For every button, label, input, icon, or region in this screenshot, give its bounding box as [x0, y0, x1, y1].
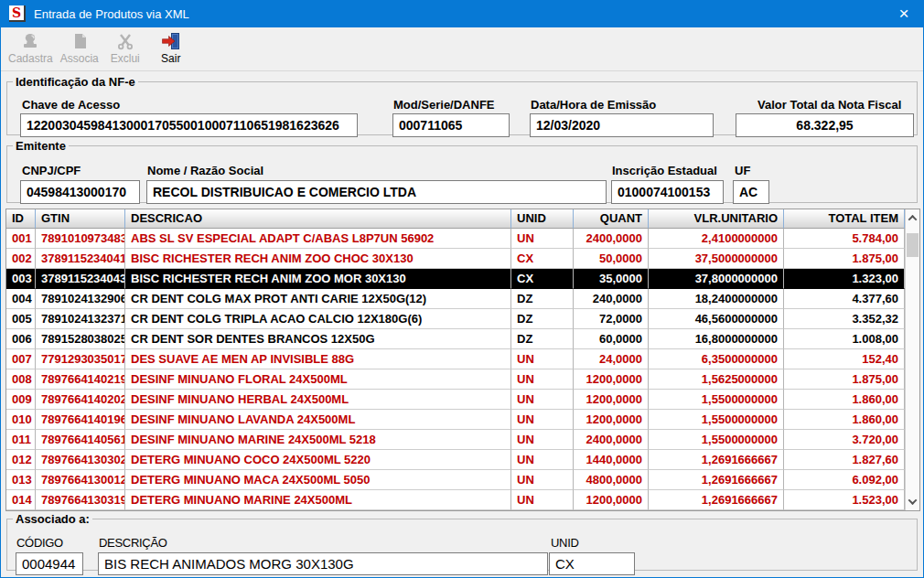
cell-total_item[interactable]: 5.784,00: [784, 229, 905, 249]
cell-vlr_unitario[interactable]: 46,5600000000: [649, 309, 784, 329]
cell-id[interactable]: 011: [6, 430, 36, 450]
cell-descricao[interactable]: CR DENT COLG TRIPLA ACAO CALCIO 12X180G(…: [125, 309, 511, 329]
cell-gtin[interactable]: 7897664140196: [36, 410, 125, 430]
cell-quant[interactable]: 1200,0000: [574, 390, 649, 410]
cell-id[interactable]: 012: [6, 450, 36, 470]
cell-total_item[interactable]: 1.523,00: [784, 490, 905, 510]
cell-vlr_unitario[interactable]: 1,2691666667: [649, 490, 784, 510]
cell-id[interactable]: 001: [6, 229, 36, 249]
cell-gtin[interactable]: 7897664140561: [36, 430, 125, 450]
cell-unid[interactable]: UN: [511, 470, 574, 490]
scrollbar-thumb[interactable]: [907, 233, 919, 257]
cell-descricao[interactable]: DESINF MINUANO HERBAL 24X500ML: [125, 390, 511, 410]
cell-unid[interactable]: UN: [511, 490, 574, 510]
cell-quant[interactable]: 2400,0000: [574, 430, 649, 450]
data-emissao-field[interactable]: [530, 113, 714, 137]
cell-quant[interactable]: 1200,0000: [574, 490, 649, 510]
column-header-id[interactable]: ID: [6, 209, 36, 229]
cell-vlr_unitario[interactable]: 2,4100000000: [649, 229, 784, 249]
cell-gtin[interactable]: 7891024132906: [36, 289, 125, 309]
cell-quant[interactable]: 4800,0000: [574, 470, 649, 490]
cell-id[interactable]: 014: [6, 490, 36, 510]
table-row[interactable]: 0137897664130012DETERG MINUANO MACA 24X5…: [6, 470, 905, 490]
cell-total_item[interactable]: 1.875,00: [784, 369, 905, 390]
table-row[interactable]: 0117897664140561DESINF MINUANO MARINE 24…: [6, 430, 905, 450]
table-row[interactable]: 0047891024132906CR DENT COLG MAX PROT AN…: [6, 289, 905, 309]
associa-button[interactable]: Associa: [57, 30, 102, 70]
cell-vlr_unitario[interactable]: 37,5000000000: [649, 249, 784, 269]
cell-gtin[interactable]: 7897664130302: [36, 450, 125, 470]
cell-unid[interactable]: UN: [511, 430, 574, 450]
cell-total_item[interactable]: 1.323,00: [784, 269, 905, 289]
scroll-down-icon[interactable]: [906, 493, 919, 510]
cell-descricao[interactable]: BISC RICHESTER RECH ANIM ZOO MOR 30X130: [125, 269, 511, 289]
cell-total_item[interactable]: 3.352,32: [784, 309, 905, 329]
grid-scrollbar[interactable]: [905, 209, 919, 510]
cell-descricao[interactable]: BISC RICHESTER RECH ANIM ZOO CHOC 30X130: [125, 249, 511, 269]
cell-gtin[interactable]: 7897664140202: [36, 390, 125, 410]
cell-gtin[interactable]: 7891024132371: [36, 309, 125, 329]
cell-gtin[interactable]: 7897664130319: [36, 490, 125, 510]
cell-gtin[interactable]: 7891528038025: [36, 329, 125, 349]
cell-quant[interactable]: 50,0000: [574, 249, 649, 269]
cell-descricao[interactable]: DES SUAVE AE MEN AP INVISIBLE 88G: [125, 349, 511, 369]
cell-descricao[interactable]: DETERG MINUANO MACA 24X500ML 5050: [125, 470, 511, 490]
close-button[interactable]: ×: [885, 0, 923, 27]
cell-quant[interactable]: 240,0000: [574, 289, 649, 309]
cell-total_item[interactable]: 152,40: [784, 349, 905, 369]
cell-gtin[interactable]: 37891152340410: [36, 249, 125, 269]
razao-social-field[interactable]: [146, 180, 607, 204]
cell-unid[interactable]: UN: [511, 229, 574, 249]
cell-unid[interactable]: UN: [511, 369, 574, 390]
cell-descricao[interactable]: ABS SL SV ESPECIAL ADAPT C/ABAS L8P7UN 5…: [125, 229, 511, 249]
column-header-gtin[interactable]: GTIN: [36, 209, 125, 229]
cell-quant[interactable]: 24,0000: [574, 349, 649, 369]
mod-serie-danfe-field[interactable]: [392, 113, 510, 137]
cell-id[interactable]: 009: [6, 390, 36, 410]
cell-total_item[interactable]: 1.860,00: [784, 390, 905, 410]
cnpj-field[interactable]: [20, 180, 140, 204]
cell-vlr_unitario[interactable]: 16,8000000000: [649, 329, 784, 349]
cell-vlr_unitario[interactable]: 1,5500000000: [649, 390, 784, 410]
cell-quant[interactable]: 72,0000: [574, 309, 649, 329]
cell-total_item[interactable]: 1.860,00: [784, 410, 905, 430]
cell-descricao[interactable]: DETERG MINUANO MARINE 24X500ML: [125, 490, 511, 510]
table-row[interactable]: 0127897664130302DETERG MINUANO COCO 24X5…: [6, 450, 905, 470]
cell-descricao[interactable]: DESINF MINUANO FLORAL 24X500ML: [125, 369, 511, 390]
cell-descricao[interactable]: CR DENT SOR DENTES BRANCOS 12X50G: [125, 329, 511, 349]
table-row[interactable]: 0067891528038025CR DENT SOR DENTES BRANC…: [6, 329, 905, 349]
codigo-field[interactable]: [16, 552, 83, 575]
sair-button[interactable]: Sair: [148, 30, 194, 70]
cell-vlr_unitario[interactable]: 1,5625000000: [649, 369, 784, 390]
uf-field[interactable]: [733, 180, 769, 204]
exclui-button[interactable]: Exclui: [102, 30, 148, 70]
cell-gtin[interactable]: 7897664130012: [36, 470, 125, 490]
column-header-vlr_unitario[interactable]: VLR.UNITARIO: [649, 209, 784, 229]
cell-vlr_unitario[interactable]: 18,2400000000: [649, 289, 784, 309]
cell-descricao[interactable]: DESINF MINUANO MARINE 24X500ML 5218: [125, 430, 511, 450]
column-header-descricao[interactable]: DESCRICAO: [125, 209, 511, 229]
cadastra-button[interactable]: Cadastra: [5, 30, 57, 70]
cell-unid[interactable]: UN: [511, 390, 574, 410]
table-row[interactable]: 0107897664140196DESINF MINUANO LAVANDA 2…: [6, 410, 905, 430]
column-header-total_item[interactable]: TOTAL ITEM: [784, 209, 905, 229]
table-row[interactable]: 0097897664140202DESINF MINUANO HERBAL 24…: [6, 390, 905, 410]
cell-descricao[interactable]: DETERG MINUANO COCO 24X500ML 5220: [125, 450, 511, 470]
cell-gtin[interactable]: 37891152340434: [36, 269, 125, 289]
cell-vlr_unitario[interactable]: 1,5500000000: [649, 430, 784, 450]
valor-total-field[interactable]: [736, 113, 914, 137]
cell-quant[interactable]: 2400,0000: [574, 229, 649, 249]
cell-vlr_unitario[interactable]: 1,2691666667: [649, 470, 784, 490]
column-header-unid[interactable]: UNID: [511, 209, 574, 229]
table-row[interactable]: 00337891152340434BISC RICHESTER RECH ANI…: [6, 269, 905, 289]
cell-descricao[interactable]: DESINF MINUANO LAVANDA 24X500ML: [125, 410, 511, 430]
cell-id[interactable]: 010: [6, 410, 36, 430]
inscricao-estadual-field[interactable]: [611, 180, 724, 204]
cell-unid[interactable]: CX: [511, 269, 574, 289]
cell-total_item[interactable]: 1.875,00: [784, 249, 905, 269]
cell-unid[interactable]: DZ: [511, 329, 574, 349]
cell-total_item[interactable]: 3.720,00: [784, 430, 905, 450]
cell-unid[interactable]: UN: [511, 450, 574, 470]
cell-quant[interactable]: 35,0000: [574, 269, 649, 289]
cell-vlr_unitario[interactable]: 6,3500000000: [649, 349, 784, 369]
